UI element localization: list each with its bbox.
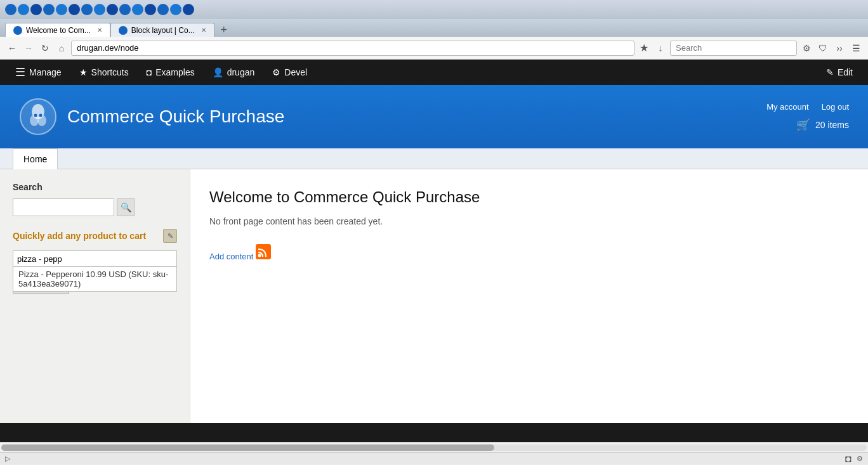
tools-button[interactable]: ⚙ — [799, 41, 813, 55]
browser-tabs: Welcome to Com... ✕ Block layout | Co...… — [0, 19, 868, 37]
toolbar-user-label: drugan — [227, 67, 255, 77]
tab-home[interactable]: Home — [13, 148, 58, 169]
scrollbar-area — [0, 442, 868, 452]
toolbar-manage-label: Manage — [29, 67, 62, 77]
page-title: Welcome to Commerce Quick Purchase — [209, 188, 849, 206]
overflow-button[interactable]: ›› — [832, 41, 846, 55]
quick-add-edit-button[interactable]: ✎ — [163, 229, 177, 243]
favicon-10 — [119, 4, 131, 15]
tab-home-label: Home — [23, 154, 47, 164]
menu-button[interactable]: ☰ — [849, 41, 863, 55]
favicon-7 — [81, 4, 93, 15]
sidebar: Search 🔍 Quickly add any product to cart… — [0, 169, 190, 423]
new-tab-button[interactable]: + — [217, 23, 231, 37]
toolbar-user[interactable]: 👤 drugan — [204, 60, 264, 85]
cart-icon: 🛒 — [796, 118, 810, 132]
site-logo-title: Commerce Quick Purchase — [19, 98, 284, 136]
favicon-3 — [30, 4, 42, 15]
search-input[interactable] — [13, 198, 114, 216]
page-subtitle: No front page content has been created y… — [209, 216, 849, 226]
svg-point-2 — [30, 115, 39, 126]
svg-point-7 — [258, 254, 261, 257]
log-out-link[interactable]: Log out — [822, 102, 849, 112]
drupal-watermark-icon: ◘ — [845, 453, 852, 465]
toolbar-devel-label: Devel — [284, 67, 307, 77]
favicon-14 — [170, 4, 181, 15]
hamburger-icon: ☰ — [15, 65, 25, 79]
product-autocomplete-input[interactable] — [13, 250, 177, 267]
drop-icon: ◘ — [147, 67, 152, 77]
scrollbar-track[interactable] — [1, 444, 867, 451]
cart-count: 20 items — [815, 120, 849, 130]
cart-widget[interactable]: 🛒 20 items — [796, 118, 849, 132]
favicon-9 — [107, 4, 118, 15]
scrollbar-thumb[interactable] — [1, 444, 494, 451]
user-icon: 👤 — [213, 67, 223, 77]
star-icon: ★ — [79, 67, 88, 77]
status-text: ▷ — [5, 455, 10, 463]
browser-chrome — [0, 0, 868, 19]
search-button[interactable]: 🔍 — [117, 198, 135, 216]
rss-feed-icon — [256, 244, 271, 259]
site-footer — [0, 423, 868, 442]
svg-rect-6 — [256, 244, 271, 259]
rss-icon-container[interactable] — [256, 244, 271, 261]
favicon-11 — [132, 4, 143, 15]
edit-pencil-icon: ✎ — [826, 67, 834, 77]
download-button[interactable]: ↓ — [654, 41, 667, 55]
admin-toolbar: ☰ Manage ★ Shortcuts ◘ Examples 👤 drugan… — [0, 60, 868, 85]
home-button[interactable]: ⌂ — [55, 41, 69, 55]
product-input-container: Pizza - Pepperoni 10.99 USD (SKU: sku-5a… — [13, 250, 177, 267]
svg-point-4 — [34, 114, 37, 117]
drupal-logo — [19, 98, 57, 136]
favicon-2 — [18, 4, 29, 15]
toolbar-shortcuts[interactable]: ★ Shortcuts — [70, 60, 138, 85]
quick-add-title: Quickly add any product to cart — [13, 231, 146, 241]
status-bar: ▷ ◘ ⚙ — [0, 452, 868, 465]
search-form: 🔍 — [13, 198, 177, 216]
toolbar-manage[interactable]: ☰ Manage — [6, 60, 70, 85]
favicon-12 — [145, 4, 156, 15]
header-right: My account Log out 🛒 20 items — [766, 102, 849, 132]
favicon-5 — [56, 4, 67, 15]
back-button[interactable]: ← — [5, 41, 19, 55]
settings-icon: ⚙ — [857, 455, 863, 463]
forward-button[interactable]: → — [22, 41, 36, 55]
svg-point-3 — [37, 115, 46, 126]
gear-icon: ⚙ — [272, 67, 280, 77]
toolbar-examples-label: Examples — [155, 67, 194, 77]
tab-label-block: Block layout | Co... — [131, 26, 195, 35]
search-block: Search 🔍 — [13, 182, 177, 216]
tab-close-block[interactable]: ✕ — [201, 27, 206, 34]
tab-favicons — [5, 4, 194, 15]
add-content-link[interactable]: Add content — [209, 252, 253, 261]
product-dropdown[interactable]: Pizza - Pepperoni 10.99 USD (SKU: sku-5a… — [13, 267, 177, 292]
tab-welcome[interactable]: Welcome to Com... ✕ — [5, 23, 110, 37]
toolbar-devel[interactable]: ⚙ Devel — [263, 60, 316, 85]
shield-icon[interactable]: 🛡 — [816, 41, 830, 55]
favicon-15 — [183, 4, 194, 15]
address-bar[interactable] — [71, 41, 635, 56]
main-area: Welcome to Commerce Quick Purchase No fr… — [190, 169, 868, 423]
search-block-title: Search — [13, 182, 177, 192]
site-header: Commerce Quick Purchase My account Log o… — [0, 85, 868, 148]
tab-icon-block — [119, 26, 128, 35]
my-account-link[interactable]: My account — [766, 102, 808, 112]
nav-tabs: Home — [13, 148, 855, 169]
bookmark-button[interactable]: ★ — [637, 41, 651, 55]
search-icon: 🔍 — [121, 202, 131, 212]
tab-close-welcome[interactable]: ✕ — [97, 27, 102, 34]
favicon-8 — [94, 4, 105, 15]
tab-icon-welcome — [13, 26, 22, 35]
favicon-4 — [43, 4, 55, 15]
favicon-1 — [5, 4, 16, 15]
browser-search-input[interactable] — [670, 41, 797, 56]
tab-label-welcome: Welcome to Com... — [26, 26, 91, 35]
favicon-6 — [69, 4, 80, 15]
tab-block-layout[interactable]: Block layout | Co... ✕ — [110, 23, 214, 37]
reload-button[interactable]: ↻ — [38, 41, 52, 55]
site-nav: Home — [0, 148, 868, 169]
toolbar-edit[interactable]: ✎ Edit — [817, 60, 862, 85]
toolbar-examples[interactable]: ◘ Examples — [138, 60, 204, 85]
favicon-13 — [157, 4, 169, 15]
